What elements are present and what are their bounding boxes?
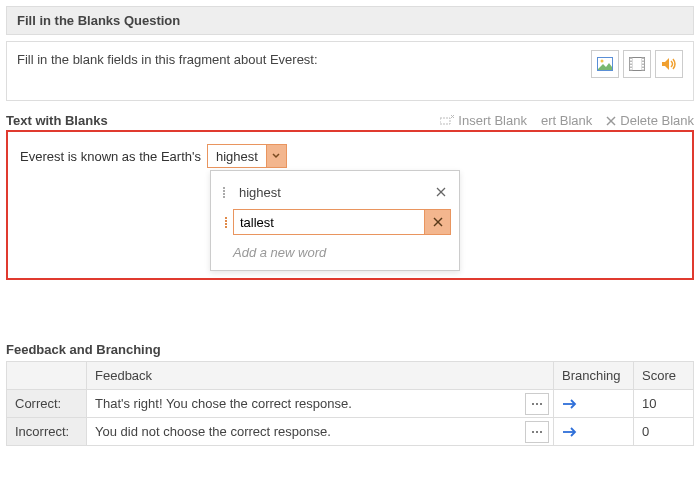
feedback-row-label: Incorrect: — [7, 418, 87, 446]
svg-rect-14 — [440, 118, 450, 124]
svg-point-28 — [536, 431, 538, 433]
feedback-text-cell[interactable]: You did not choose the correct response. — [87, 418, 554, 446]
ellipsis-icon — [531, 430, 543, 434]
svg-marker-13 — [662, 58, 669, 70]
feedback-row-label: Correct: — [7, 390, 87, 418]
blank-dropdown-caret[interactable] — [266, 145, 286, 167]
drag-handle-icon[interactable] — [219, 187, 229, 198]
delete-blank-button[interactable]: Delete Blank — [606, 113, 694, 128]
svg-rect-6 — [630, 62, 632, 64]
feedback-header-blank — [7, 362, 87, 390]
arrow-right-icon — [562, 426, 578, 438]
question-prompt-box: Fill in the blank fields in this fragmen… — [6, 41, 694, 101]
feedback-row-incorrect: Incorrect: You did not choose the correc… — [7, 418, 694, 446]
score-cell[interactable]: 10 — [634, 390, 694, 418]
svg-point-27 — [532, 431, 534, 433]
insert-image-button[interactable] — [591, 50, 619, 78]
remove-option-button[interactable] — [425, 209, 451, 235]
insert-blank-label: Insert Blank — [458, 113, 527, 128]
edit-blank-button[interactable]: ert Blank — [541, 113, 592, 128]
feedback-edit-button[interactable] — [525, 393, 549, 415]
blank-dropdown[interactable]: highest — [207, 144, 287, 168]
svg-rect-9 — [642, 59, 644, 61]
feedback-table: Feedback Branching Score Correct: That's… — [6, 361, 694, 446]
arrow-right-icon — [562, 398, 578, 410]
blank-option-edit-row — [217, 207, 453, 237]
feedback-text: That's right! You chose the correct resp… — [95, 396, 352, 411]
section1-title: Fill in the Blanks Question — [6, 6, 694, 35]
svg-point-23 — [532, 403, 534, 405]
audio-icon — [661, 57, 677, 71]
remove-option-button[interactable] — [431, 182, 451, 202]
svg-rect-11 — [642, 65, 644, 67]
blanks-toolbar: Insert Blank ert Blank Delete Blank — [440, 113, 694, 128]
feedback-header-feedback: Feedback — [87, 362, 554, 390]
add-new-word-hint[interactable]: Add a new word — [217, 237, 453, 264]
blank-option-row[interactable]: highest — [217, 177, 453, 207]
svg-rect-12 — [642, 68, 644, 70]
blank-selected-value: highest — [208, 145, 266, 167]
blank-option-label: highest — [235, 185, 425, 200]
feedback-text: You did not choose the correct response. — [95, 424, 331, 439]
insert-audio-button[interactable] — [655, 50, 683, 78]
svg-rect-7 — [630, 65, 632, 67]
section2-title: Text with Blanks — [6, 113, 108, 128]
branching-cell[interactable] — [554, 390, 634, 418]
insert-video-button[interactable] — [623, 50, 651, 78]
blank-options-panel: highest Add a new word — [210, 170, 460, 271]
svg-rect-10 — [642, 62, 644, 64]
delete-blank-label: Delete Blank — [620, 113, 694, 128]
text-with-blanks-header: Text with Blanks Insert Blank ert Blank … — [6, 113, 694, 128]
text-with-blanks-editor[interactable]: Everest is known as the Earth's highest … — [6, 130, 694, 280]
feedback-header-row: Feedback Branching Score — [7, 362, 694, 390]
feedback-text-cell[interactable]: That's right! You chose the correct resp… — [87, 390, 554, 418]
blank-option-input[interactable] — [233, 209, 425, 235]
svg-point-1 — [601, 60, 604, 63]
drag-handle-icon[interactable] — [219, 217, 233, 228]
svg-point-25 — [540, 403, 542, 405]
svg-point-29 — [540, 431, 542, 433]
branching-cell[interactable] — [554, 418, 634, 446]
feedback-header-branching: Branching — [554, 362, 634, 390]
feedback-row-correct: Correct: That's right! You chose the cor… — [7, 390, 694, 418]
svg-rect-8 — [630, 68, 632, 70]
feedback-header-score: Score — [634, 362, 694, 390]
insert-blank-button[interactable]: Insert Blank — [440, 113, 527, 128]
feedback-edit-button[interactable] — [525, 421, 549, 443]
spacer — [0, 280, 700, 328]
media-buttons — [591, 50, 683, 78]
svg-point-24 — [536, 403, 538, 405]
feedback-section-title: Feedback and Branching — [6, 342, 694, 357]
chevron-down-icon — [272, 153, 280, 159]
sentence-prefix: Everest is known as the Earth's — [20, 149, 201, 164]
edit-blank-label: ert Blank — [541, 113, 592, 128]
close-icon — [436, 187, 446, 197]
video-icon — [629, 57, 645, 71]
ellipsis-icon — [531, 402, 543, 406]
score-cell[interactable]: 0 — [634, 418, 694, 446]
close-icon — [433, 217, 443, 227]
svg-rect-5 — [630, 59, 632, 61]
sentence-row: Everest is known as the Earth's highest — [20, 144, 680, 168]
question-prompt-text[interactable]: Fill in the blank fields in this fragmen… — [17, 50, 318, 67]
insert-blank-icon — [440, 115, 454, 127]
close-icon — [606, 116, 616, 126]
image-icon — [597, 57, 613, 71]
